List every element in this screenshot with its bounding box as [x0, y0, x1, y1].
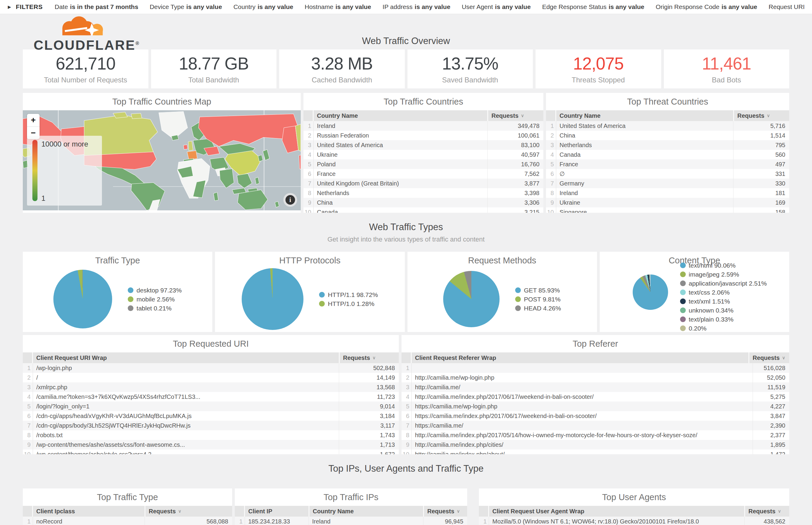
- table-row[interactable]: 4 http://camilia.me/index.php/2017/06/17…: [401, 392, 789, 402]
- table-row[interactable]: 1 Ireland 349,478: [304, 121, 543, 131]
- legend-item[interactable]: text/html 90.06%: [680, 261, 767, 269]
- http-protocols-pie-chart[interactable]: [242, 268, 304, 330]
- table-row[interactable]: 1 United States of America 5,716: [546, 121, 789, 131]
- request-methods-pie-chart[interactable]: [443, 271, 500, 327]
- legend-item[interactable]: text/xml 1.51%: [680, 298, 767, 305]
- column-requests[interactable]: Requests∨: [744, 506, 789, 516]
- legend-item[interactable]: POST 9.81%: [515, 296, 561, 303]
- table-row[interactable]: 10 Canada 3,215: [304, 207, 543, 213]
- legend-item[interactable]: GET 85.93%: [515, 286, 561, 294]
- uri-value: /wp-content/themes/ashe/assets/css/font-…: [33, 440, 339, 449]
- table-row[interactable]: 3 http://camilia.me/ 11,519: [401, 382, 789, 392]
- table-row[interactable]: 5 https://camilia.me/wp-login.php 4,227: [401, 402, 789, 411]
- table-row[interactable]: 3 Netherlands 795: [546, 140, 789, 150]
- table-row[interactable]: 9 China 3,306: [304, 198, 543, 207]
- column-requests[interactable]: Requests∨: [339, 352, 399, 363]
- legend-item[interactable]: image/jpeg 2.59%: [680, 271, 767, 278]
- filter-field: IP address: [383, 3, 413, 10]
- stat-value: 3.28 MB: [311, 54, 373, 73]
- table-row[interactable]: 9 http://camilia.me/index.php/cities/ 1,…: [401, 440, 789, 449]
- top-traffic-countries-panel: Top Traffic Countries Country Name Reque…: [304, 93, 543, 213]
- table-row[interactable]: 2 China 1,514: [546, 131, 789, 140]
- table-row[interactable]: 8 /robots.txt 1,743: [23, 430, 399, 440]
- column-requests[interactable]: Requests∨: [423, 506, 467, 516]
- table-row[interactable]: 1 Mozilla/5.0 (Windows NT 6.1; WOW64; rv…: [479, 516, 789, 525]
- column-country-name[interactable]: Country Name: [309, 506, 423, 516]
- column-referer[interactable]: Client Request Referer Wrap: [412, 352, 749, 363]
- table-row[interactable]: 5 Poland 16,760: [304, 160, 543, 169]
- map-info-button[interactable]: i: [283, 193, 297, 207]
- table-row[interactable]: 6 France 7,562: [304, 169, 543, 179]
- table-row[interactable]: 1 noRecord 568,088: [23, 516, 232, 525]
- column-requests[interactable]: Requests∨: [145, 506, 232, 516]
- column-client-ip[interactable]: Client IP: [245, 506, 309, 516]
- table-row[interactable]: 4 Ukraine 40,597: [304, 150, 543, 160]
- table-row[interactable]: 9 /wp-content/themes/ashe/assets/css/fon…: [23, 440, 399, 449]
- traffic-type-pie-chart[interactable]: [54, 270, 112, 328]
- table-row[interactable]: 10 /wp-content/themes/ashe/style.css?ver…: [23, 449, 399, 454]
- legend-item[interactable]: text/plain 0.33%: [680, 316, 767, 323]
- table-row[interactable]: 7 https://camilia.me/ 2,390: [401, 421, 789, 430]
- filter-item[interactable]: Edge Response Statusis any value: [542, 3, 645, 11]
- legend-item[interactable]: HTTP/1.0 1.28%: [319, 300, 378, 308]
- table-row[interactable]: 4 /camilia.me?token=s3+7k6XQvKwzp5/4XSs4…: [23, 392, 399, 402]
- column-user-agent[interactable]: Client Request User Agent Wrap: [489, 506, 744, 516]
- legend-item[interactable]: tablet 0.21%: [128, 304, 182, 312]
- table-row[interactable]: 10 Singapore 158: [546, 207, 789, 213]
- table-row[interactable]: 8 http://camilia.me/index.php/2017/05/14…: [401, 430, 789, 440]
- filter-item[interactable]: IP addressis any value: [383, 3, 451, 11]
- requests-value: 83,100: [487, 140, 543, 150]
- table-row[interactable]: 2 Russian Federation 100,061: [304, 131, 543, 140]
- filters-expand-icon[interactable]: ▶: [8, 4, 11, 9]
- filter-item[interactable]: Hostnameis any value: [305, 3, 371, 11]
- legend-item[interactable]: 0.20%: [680, 325, 767, 332]
- column-uri[interactable]: Client Request URI Wrap: [33, 352, 339, 363]
- column-requests[interactable]: Requests∨: [749, 352, 789, 363]
- legend-item[interactable]: mobile 2.56%: [128, 296, 182, 303]
- column-country-name[interactable]: Country Name: [314, 110, 487, 121]
- table-row[interactable]: 3 /xmlrpc.php 13,568: [23, 382, 399, 392]
- table-row[interactable]: 8 Netherlands 3,398: [304, 188, 543, 198]
- table-row[interactable]: 7 Germany 330: [546, 179, 789, 188]
- column-ipclass[interactable]: Client Ipclass: [33, 506, 145, 516]
- table-row[interactable]: 7 United Kingdom (Great Britain) 3,877: [304, 179, 543, 188]
- table-row[interactable]: 1 185.234.218.33 Ireland 96,945: [235, 516, 467, 525]
- filter-item[interactable]: Countryis any value: [233, 3, 293, 11]
- filter-item[interactable]: User Agentis any value: [462, 3, 531, 11]
- legend-item[interactable]: HEAD 4.26%: [515, 304, 561, 312]
- table-row[interactable]: 2 http://camilia.me/wp-login.php 52,050: [401, 373, 789, 382]
- legend-item[interactable]: desktop 97.23%: [128, 286, 182, 294]
- filters-label[interactable]: FILTERS: [16, 3, 43, 11]
- table-row[interactable]: 1 /wp-login.php 502,848: [23, 363, 399, 373]
- table-row[interactable]: 6 /cdn-cgi/apps/head/xVgyKhR-vV3dAUGhMqf…: [23, 411, 399, 421]
- filter-item[interactable]: Dateis in the past 7 months: [55, 3, 138, 11]
- table-row[interactable]: 5 France 497: [546, 160, 789, 169]
- table-row[interactable]: 7 /cdn-cgi/apps/body/3Lh52SjWTQ4HRlErJyk…: [23, 421, 399, 430]
- chart-legend: HTTP/1.1 98.72%HTTP/1.0 1.28%: [319, 291, 378, 308]
- zoom-in-button[interactable]: +: [27, 114, 40, 126]
- table-row[interactable]: 1 516,028: [401, 363, 789, 373]
- content-type-pie-chart[interactable]: [633, 274, 668, 310]
- table-row[interactable]: 10 http://camilia.me/index.php/about/ 1,…: [401, 449, 789, 454]
- table-row[interactable]: 5 /login/?login_only=1 9,014: [23, 402, 399, 411]
- legend-item[interactable]: unknown 0.34%: [680, 306, 767, 314]
- legend-item[interactable]: HTTP/1.1 98.72%: [319, 291, 378, 298]
- legend-color-dot: [319, 301, 325, 306]
- table-row[interactable]: 8 Ireland 181: [546, 188, 789, 198]
- legend-item[interactable]: application/javascript 2.51%: [680, 280, 767, 287]
- filter-item[interactable]: Origin Response Codeis any value: [656, 3, 757, 11]
- table-row[interactable]: 2 / 14,149: [23, 373, 399, 382]
- column-requests[interactable]: Requests∨: [487, 110, 543, 121]
- column-country-name[interactable]: Country Name: [556, 110, 733, 121]
- table-row[interactable]: 4 Canada 560: [546, 150, 789, 160]
- table-row[interactable]: 6 https://camilia.me/index.php/2017/06/1…: [401, 411, 789, 421]
- filter-item[interactable]: Device Typeis any value: [150, 3, 222, 11]
- column-requests[interactable]: Requests∨: [733, 110, 789, 121]
- table-row[interactable]: 6 ∅ 331: [546, 169, 789, 179]
- top-requested-uri-table: Client Request URI Wrap Requests∨ 1 /wp-…: [23, 352, 399, 454]
- sort-desc-icon: ∨: [778, 509, 781, 514]
- filter-item[interactable]: Request URIis any value: [769, 3, 804, 11]
- table-row[interactable]: 3 United States of America 83,100: [304, 140, 543, 150]
- table-row[interactable]: 9 Ukraine 169: [546, 198, 789, 207]
- legend-item[interactable]: text/css 2.06%: [680, 288, 767, 296]
